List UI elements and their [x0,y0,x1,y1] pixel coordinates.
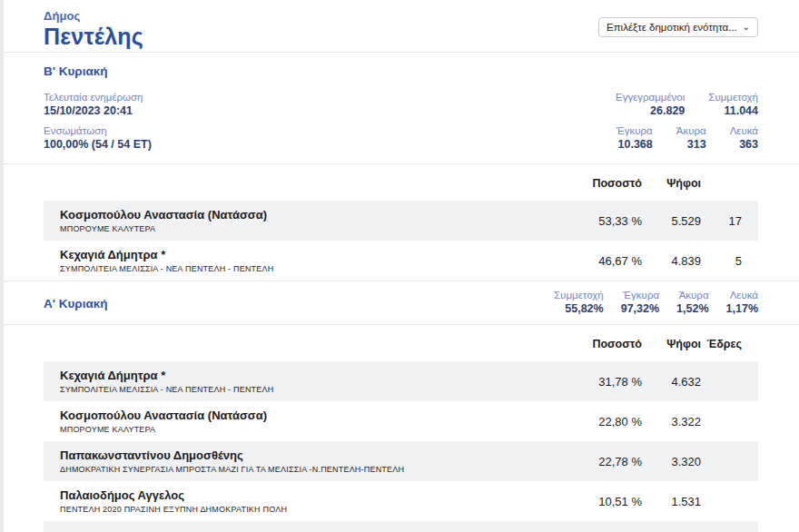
stats-row: Έγκυρα 10.368 Άκυρα 313 Λευκά 363 [592,125,758,151]
stat-last-update: Τελευταία ενημέρωση 15/10/2023 20:41 [44,92,152,117]
municipal-unit-select-label: Επιλέξτε δημοτική ενότητα... [607,22,737,33]
candidate-seats: 17 [701,214,742,228]
candidate-votes: 3.322 [642,415,701,429]
candidate-name: Κεχαγιά Δήμητρα * [60,369,560,382]
table-row[interactable]: Παλαιοδήμος Αγγελος ΠΕΝΤΕΛΗ 2020 ΠΡΑΣΙΝΗ… [44,481,758,521]
stat-turnout: Συμμετοχή 11.044 [708,92,758,117]
stat-value: 10.368 [617,138,653,151]
table-row[interactable]: Παπακωνσταντίνου Δημοσθένης ΔΗΜΟΚΡΑΤΙΚΗ … [44,441,758,481]
chevron-down-icon: ⌄ [743,23,750,32]
round-b-title: Β' Κυριακή [44,53,758,78]
round-b-rows: Κοσμοπούλου Αναστασία (Νατάσσα) ΜΠΟΡΟΥΜΕ… [44,201,758,281]
stat-label: Έγκυρα [617,125,653,136]
table-row[interactable]: Κεχαγιά Δήμητρα * ΣΥΜΠΟΛΙΤΕΙΑ ΜΕΛΙΣΣΙΑ -… [44,361,758,401]
table-row[interactable]: Κεχαγιά Δήμητρα * ΣΥΜΠΟΛΙΤΕΙΑ ΜΕΛΙΣΣΙΑ -… [44,241,758,281]
stat-blank: Λευκά 363 [730,125,758,151]
stat-value: 26.829 [616,104,685,117]
stat-value: 15/10/2023 20:41 [44,104,152,117]
stat-value: 363 [730,138,758,151]
candidate-votes: 3.320 [642,455,701,468]
candidate-percent: 46,67 % [560,254,642,268]
stat-value: 55,82% [554,302,604,315]
candidate-name: Κεχαγιά Δήμητρα * [60,248,560,261]
candidate-percent: 22,80 % [560,415,642,429]
round-a-section-header: Α' Κυριακή Συμμετοχή 55,82% Έγκυρα 97,32… [4,281,799,324]
municipality-label: Δήμος [44,9,143,23]
round-a-rows: Κεχαγιά Δήμητρα * ΣΥΜΠΟΛΙΤΕΙΑ ΜΕΛΙΣΣΙΑ -… [44,361,758,532]
candidate-party: ΔΗΜΟΚΡΑΤΙΚΗ ΣΥΝΕΡΓΑΣΙΑ ΜΠΡΟΣΤΑ ΜΑΖΙ ΓΙΑ … [60,465,560,474]
election-results-page: Δήμος Πεντέλης Επιλέξτε δημοτική ενότητα… [0,0,799,532]
stat-label: Τελευταία ενημέρωση [44,92,152,103]
stats-row: Εγγεγραμμένοι 26.829 Συμμετοχή 11.044 [592,92,758,117]
stat-invalid: Άκυρα 313 [676,125,706,151]
column-header-percent: Ποσοστό [560,338,642,350]
column-header-votes: Ψήφοι [642,338,701,350]
page-header: Δήμος Πεντέλης Επιλέξτε δημοτική ενότητα… [4,0,799,52]
round-b-table: Ποσοστό Ψήφοι Κοσμοπούλου Αναστασία (Νατ… [4,164,799,281]
candidate-party: ΠΕΝΤΕΛΗ 2020 ΠΡΑΣΙΝΗ ΕΞΥΠΝΗ ΔΗΜΟΚΡΑΤΙΚΗ … [60,505,560,514]
stat-valid: Έγκυρα 97,32% [621,290,659,315]
table-row-partial[interactable] [44,521,758,532]
candidate-seats: 5 [701,254,742,268]
stat-label: Εγγεγραμμένοι [616,92,685,103]
candidate-name: Κοσμοπούλου Αναστασία (Νατάσσα) [60,208,560,222]
candidate-party: ΜΠΟΡΟΥΜΕ ΚΑΛΥΤΕΡΑ [60,425,560,434]
stat-value: 313 [676,138,706,151]
table-header: Ποσοστό Ψήφοι [44,164,758,201]
stat-label: Λευκά [730,125,758,136]
stat-value: 1,17% [726,302,758,315]
stat-value: 11.044 [708,104,758,117]
candidate-name: Παπακωνσταντίνου Δημοσθένης [60,448,560,462]
stat-label: Συμμετοχή [708,92,758,103]
candidate-party: ΜΠΟΡΟΥΜΕ ΚΑΛΥΤΕΡΑ [60,224,560,233]
column-header-seats: Έδρες [701,338,742,350]
candidate-votes: 1.531 [642,495,701,508]
table-header: Ποσοστό Ψήφοι Έδρες [44,325,758,361]
page-title: Πεντέλης [44,24,143,50]
stat-value: 1,52% [676,302,708,315]
stat-blank: Λευκά 1,17% [726,290,758,315]
stat-registered: Εγγεγραμμένοι 26.829 [616,92,685,117]
stat-value: 100,00% (54 / 54 ΕΤ) [44,138,152,151]
round-b-section: Β' Κυριακή Τελευταία ενημέρωση 15/10/202… [4,53,799,163]
municipal-unit-select[interactable]: Επιλέξτε δημοτική ενότητα... ⌄ [598,17,758,37]
round-a-stats: Συμμετοχή 55,82% Έγκυρα 97,32% Άκυρα 1,5… [537,290,758,315]
stat-integration: Ενσωμάτωση 100,00% (54 / 54 ΕΤ) [44,125,152,151]
candidate-percent: 31,78 % [560,375,642,389]
candidate-name: Κοσμοπούλου Αναστασία (Νατάσσα) [60,409,560,422]
stat-label: Άκυρα [676,290,708,300]
candidate-party: ΣΥΜΠΟΛΙΤΕΙΑ ΜΕΛΙΣΣΙΑ - ΝΕΑ ΠΕΝΤΕΛΗ - ΠΕΝ… [60,385,560,394]
candidate-percent: 53,33 % [560,214,642,228]
round-b-stats: Τελευταία ενημέρωση 15/10/2023 20:41 Ενσ… [44,78,758,163]
round-b-stats-right: Εγγεγραμμένοι 26.829 Συμμετοχή 11.044 Έγ… [592,92,758,151]
stat-valid: Έγκυρα 10.368 [617,125,653,151]
stat-invalid: Άκυρα 1,52% [676,290,708,315]
candidate-percent: 10,51 % [560,495,642,508]
round-a-title: Α' Κυριακή [44,295,108,310]
round-b-stats-left: Τελευταία ενημέρωση 15/10/2023 20:41 Ενσ… [44,92,152,151]
stat-label: Συμμετοχή [554,290,604,300]
municipality-title-block: Δήμος Πεντέλης [44,0,143,50]
stat-label: Ενσωμάτωση [44,125,152,136]
stat-label: Έγκυρα [621,290,659,300]
stat-turnout: Συμμετοχή 55,82% [554,290,604,315]
candidate-name: Παλαιοδήμος Αγγελος [60,488,560,502]
table-row[interactable]: Κοσμοπούλου Αναστασία (Νατάσσα) ΜΠΟΡΟΥΜΕ… [44,401,758,441]
stat-label: Λευκά [726,290,758,300]
column-header-votes: Ψήφοι [642,177,701,190]
column-header-seats [701,177,742,190]
stat-value: 97,32% [621,302,659,315]
table-row[interactable]: Κοσμοπούλου Αναστασία (Νατάσσα) ΜΠΟΡΟΥΜΕ… [44,201,758,241]
column-header-percent: Ποσοστό [560,177,642,190]
candidate-party: ΣΥΜΠΟΛΙΤΕΙΑ ΜΕΛΙΣΣΙΑ - ΝΕΑ ΠΕΝΤΕΛΗ - ΠΕΝ… [60,264,560,273]
candidate-votes: 4.632 [642,375,701,389]
candidate-percent: 22,78 % [560,455,642,468]
stat-label: Άκυρα [676,125,706,136]
candidate-votes: 5.529 [642,214,701,228]
candidate-votes: 4.839 [642,254,701,268]
round-a-table: Ποσοστό Ψήφοι Έδρες Κεχαγιά Δήμητρα * ΣΥ… [4,325,799,532]
